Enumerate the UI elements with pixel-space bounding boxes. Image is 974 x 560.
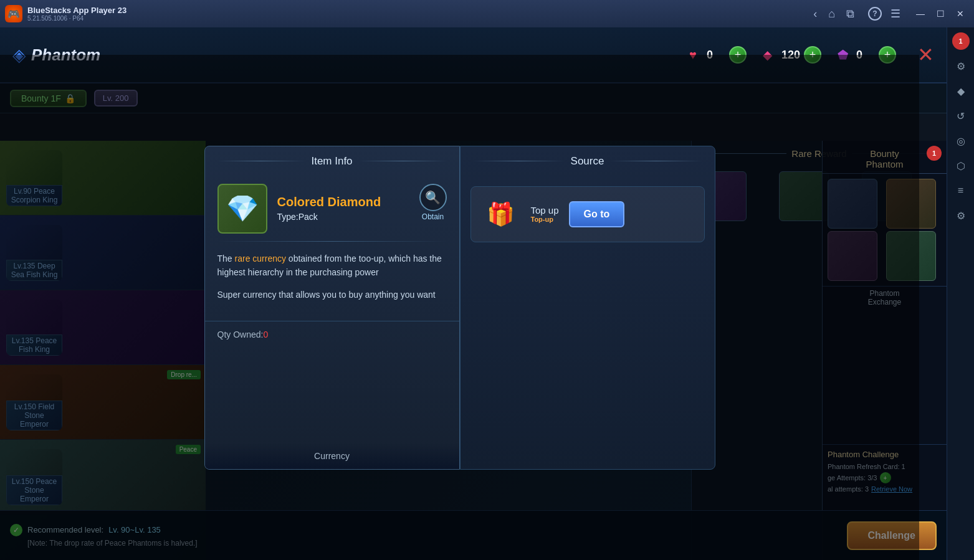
close-window-button[interactable]: ✕ (952, 7, 969, 21)
notification-badge: 1 (927, 146, 942, 161)
title-nav: ‹ ⌂ ⧉ (809, 6, 858, 22)
title-bar-help: ? ☰ (868, 6, 904, 22)
source-icon: 🎁 (481, 194, 521, 234)
title-bar: 🎮 BlueStacks App Player 23 5.21.505.1006… (0, 0, 974, 27)
description-paragraph-1: The rare currency obtained from the too-… (217, 252, 447, 280)
item-description: The rare currency obtained from the too-… (205, 242, 459, 321)
minimize-button[interactable]: — (912, 7, 929, 21)
app-version: 5.21.505.1006 · P64 (27, 15, 800, 22)
description-paragraph-2: Super currency that allows you to buy an… (217, 288, 447, 301)
restore-button[interactable]: ☐ (932, 7, 949, 21)
goto-button[interactable]: Go to (569, 201, 625, 227)
item-info-panel: Item Info 💎 Colored Diamond Type:Pack (204, 146, 460, 470)
desc-before: The (217, 254, 235, 263)
header-line-left (217, 161, 305, 161)
window-controls: — ☐ ✕ (912, 7, 969, 21)
qty-section: Qty Owned:0 (205, 321, 459, 348)
diamond-icon: 💎 (226, 193, 259, 224)
currency-footer-label: Currency (314, 451, 350, 461)
back-button[interactable]: ‹ (809, 6, 821, 22)
sidebar-button-3[interactable]: ↺ (950, 105, 972, 127)
game-close-button[interactable]: ✕ (917, 43, 934, 67)
source-name: Top up (531, 205, 559, 216)
header-line-right (359, 161, 447, 161)
sidebar-button-4[interactable]: ◎ (950, 130, 972, 152)
sidebar-button-6[interactable]: ≡ (950, 179, 972, 202)
side-toolbar: 1 ⚙ ◆ ↺ ◎ ⬡ ≡ ⚙ (947, 27, 974, 560)
item-info-header: Item Info (205, 146, 459, 176)
type-value: Pack (298, 212, 318, 222)
app-title-text: BlueStacks App Player 23 5.21.505.1006 ·… (27, 6, 800, 22)
modal-container: Item Info 💎 Colored Diamond Type:Pack (204, 146, 715, 470)
item-info-title: Item Info (311, 155, 352, 168)
source-header: Source (461, 146, 715, 176)
source-sublabel: Top-up (531, 216, 559, 223)
item-preview: 💎 Colored Diamond Type:Pack 🔍 Obtain (205, 176, 459, 241)
obtain-icon: 🔍 (419, 184, 447, 211)
help-icon[interactable]: ? (868, 7, 882, 21)
home-button[interactable]: ⌂ (824, 6, 839, 22)
app-name: BlueStacks App Player 23 (27, 6, 800, 15)
app-logo: 🎮 (5, 5, 22, 22)
sidebar-button-5[interactable]: ⬡ (950, 154, 972, 177)
game-area: ◈ Phantom ♥ 0 + ◆ 120 + ⬟ 0 + ✕ Bounty (0, 27, 947, 560)
source-panel: Source 🎁 Top up Top-up Go to (460, 146, 715, 470)
rare-currency-text: rare currency (235, 254, 286, 263)
qty-label: Qty Owned: (217, 330, 264, 339)
source-line-left (473, 161, 565, 161)
source-line-right (610, 161, 702, 161)
settings-menu-button[interactable]: ☰ (887, 6, 904, 22)
source-info: Top up Top-up (531, 205, 559, 223)
qty-value: 0 (263, 330, 268, 339)
panel-footer: Currency (205, 443, 459, 469)
sidebar-button-2[interactable]: ◆ (950, 80, 972, 102)
source-item: 🎁 Top up Top-up Go to (470, 186, 705, 242)
item-icon: 💎 (217, 184, 267, 234)
topup-icon: 🎁 (487, 201, 515, 227)
modal-overlay: Item Info 💎 Colored Diamond Type:Pack (0, 55, 919, 560)
obtain-button[interactable]: 🔍 Obtain (419, 184, 447, 221)
source-title: Source (571, 155, 604, 168)
sidebar-settings-button[interactable]: ⚙ (950, 204, 972, 227)
type-label: Type: (277, 212, 298, 222)
notification-dot: 1 (952, 32, 970, 50)
sidebar-button-1[interactable]: ⚙ (950, 55, 972, 77)
pages-button[interactable]: ⧉ (843, 6, 858, 22)
obtain-label: Obtain (422, 212, 444, 221)
